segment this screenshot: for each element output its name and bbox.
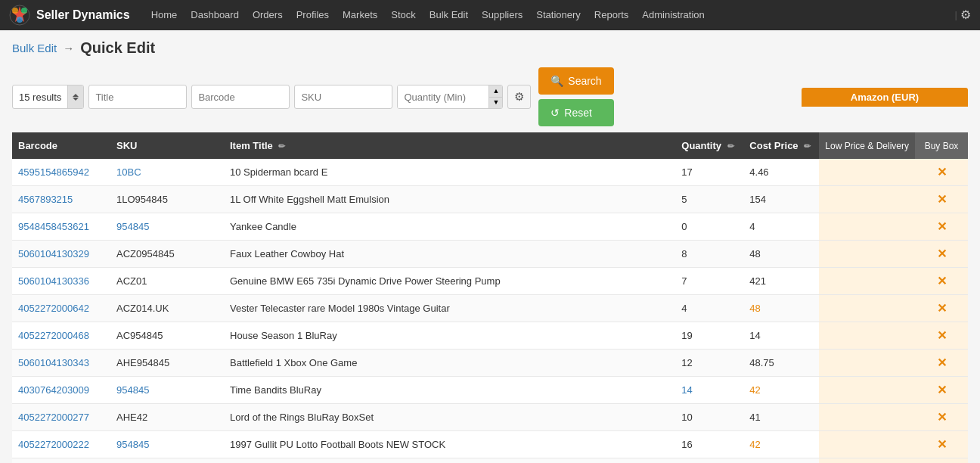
cell-buy-box[interactable]: ✕: [915, 213, 968, 241]
breadcrumb: Bulk Edit → Quick Edit: [0, 30, 980, 61]
svg-point-1: [12, 8, 18, 14]
nav-dashboard[interactable]: Dashboard: [185, 0, 245, 30]
cell-cost: 48.75: [743, 350, 819, 377]
buy-box-x-icon[interactable]: ✕: [937, 438, 947, 451]
barcode-link[interactable]: 5060104130336: [18, 275, 89, 287]
nav-profiles[interactable]: Profiles: [290, 0, 335, 30]
barcode-link[interactable]: 4052272000468: [18, 330, 89, 341]
buy-box-x-icon[interactable]: ✕: [937, 220, 947, 233]
cell-cost: 48: [743, 295, 819, 322]
qty-down-button[interactable]: ▼: [489, 98, 502, 109]
buy-box-x-icon[interactable]: ✕: [937, 384, 947, 396]
settings-button[interactable]: ⚙: [507, 85, 531, 109]
qty-up-button[interactable]: ▲: [489, 85, 502, 98]
cell-qty: 5: [675, 186, 743, 213]
cost-edit-icon[interactable]: ✏: [804, 141, 811, 151]
barcode-link[interactable]: 4052272000277: [18, 412, 89, 423]
table-body: 459515486594210BC10 Spiderman bcard E174…: [12, 159, 968, 463]
nav-home[interactable]: Home: [145, 0, 184, 30]
gear-icon[interactable]: ⚙: [960, 0, 971, 30]
nav-stationery[interactable]: Stationery: [530, 0, 587, 30]
sku-link[interactable]: 954845: [116, 384, 149, 396]
buy-box-x-icon[interactable]: ✕: [937, 329, 947, 342]
cell-buy-box[interactable]: ✕: [915, 186, 968, 213]
buy-box-x-icon[interactable]: ✕: [937, 275, 947, 287]
cell-barcode: 4052272000468: [12, 322, 110, 350]
buy-box-x-icon[interactable]: ✕: [937, 193, 947, 206]
nav-markets[interactable]: Markets: [336, 0, 383, 30]
barcode-link[interactable]: 4030764203009: [18, 384, 89, 396]
cell-buy-box[interactable]: ✕: [915, 241, 968, 268]
sku-link[interactable]: 954845: [116, 439, 149, 450]
nav-orders[interactable]: Orders: [247, 0, 289, 30]
cell-sku: ACZ0954845: [110, 241, 224, 268]
table-row: 4052272000642ACZ014.UKVester Telecaster …: [12, 295, 968, 322]
cell-buy-box[interactable]: ✕: [915, 268, 968, 295]
cell-low-price: [819, 186, 915, 213]
cell-qty: 12: [675, 350, 743, 377]
table-row: 5060104130343AHE954845Battlefield 1 Xbox…: [12, 350, 968, 377]
sku-input[interactable]: [294, 85, 392, 109]
nav-bulk-edit[interactable]: Bulk Edit: [423, 0, 474, 30]
cell-low-price: [819, 268, 915, 295]
cell-low-price: [819, 431, 915, 458]
cell-buy-box[interactable]: ✕: [915, 458, 968, 464]
svg-point-2: [21, 8, 27, 14]
nav-reports[interactable]: Reports: [588, 0, 635, 30]
cell-buy-box[interactable]: ✕: [915, 350, 968, 377]
barcode-link[interactable]: 9548458453621: [18, 221, 89, 232]
table-row: 4052272000277AHE42Lord of the Rings BluR…: [12, 404, 968, 431]
barcode-link[interactable]: 4052272000222: [18, 439, 89, 450]
cell-title: Vester Telecaster rare Model 1980s Vinta…: [224, 295, 675, 322]
buy-box-x-icon[interactable]: ✕: [937, 356, 947, 369]
barcode-input[interactable]: [191, 85, 290, 109]
title-edit-icon[interactable]: ✏: [278, 141, 285, 151]
qty-arrows: ▲ ▼: [488, 85, 502, 108]
buy-box-x-icon[interactable]: ✕: [937, 166, 947, 179]
cell-cost: 421: [743, 268, 819, 295]
buy-box-x-icon[interactable]: ✕: [937, 302, 947, 315]
qty-edit-icon[interactable]: ✏: [727, 141, 734, 151]
cell-low-price: [819, 322, 915, 350]
cell-buy-box[interactable]: ✕: [915, 404, 968, 431]
breadcrumb-parent[interactable]: Bulk Edit: [12, 42, 57, 54]
cell-buy-box[interactable]: ✕: [915, 431, 968, 458]
cell-low-price: [819, 458, 915, 464]
navbar: Seller Dynamics Home Dashboard Orders Pr…: [0, 0, 980, 30]
cell-buy-box[interactable]: ✕: [915, 322, 968, 350]
cell-barcode: 4052272000642: [12, 295, 110, 322]
results-select[interactable]: 15 results: [12, 85, 84, 109]
cell-low-price: [819, 295, 915, 322]
barcode-link[interactable]: 5060104130329: [18, 248, 89, 259]
main-table: Barcode SKU Item Title ✏ Quantity ✏ Cost…: [12, 132, 968, 463]
cell-buy-box[interactable]: ✕: [915, 295, 968, 322]
cell-sku: AC954845: [110, 322, 224, 350]
th-barcode: Barcode: [12, 132, 110, 159]
buy-box-x-icon[interactable]: ✕: [937, 247, 947, 260]
amazon-title: Amazon (EUR): [802, 88, 968, 107]
nav-administration[interactable]: Administration: [636, 0, 710, 30]
nav-links: Home Dashboard Orders Profiles Markets S…: [145, 0, 952, 30]
barcode-link[interactable]: 4595154865942: [18, 166, 89, 178]
barcode-link[interactable]: 4052272000642: [18, 303, 89, 314]
search-button[interactable]: 🔍 Search: [538, 67, 613, 95]
nav-stock[interactable]: Stock: [385, 0, 422, 30]
buy-box-x-icon[interactable]: ✕: [937, 411, 947, 424]
qty-min-input[interactable]: [398, 85, 488, 108]
sku-link[interactable]: 954845: [116, 221, 149, 232]
cell-buy-box[interactable]: ✕: [915, 159, 968, 186]
table-row: 4052272000468AC954845House Season 1 BluR…: [12, 322, 968, 350]
reset-button[interactable]: ↺ Reset: [538, 99, 613, 126]
barcode-link[interactable]: 4567893215: [18, 194, 73, 205]
cell-low-price: [819, 404, 915, 431]
cell-title: House Season 1 BluRay: [224, 322, 675, 350]
arrow-down-icon: [73, 98, 79, 101]
title-input[interactable]: [88, 85, 187, 109]
cell-title: Faux Leather Cowboy Hat: [224, 241, 675, 268]
barcode-link[interactable]: 5060104130343: [18, 357, 89, 368]
sku-link[interactable]: 10BC: [116, 166, 141, 178]
cell-buy-box[interactable]: ✕: [915, 377, 968, 404]
table-row: 5060104130350AHE4954845Fifa 12 ps3 game1…: [12, 458, 968, 464]
nav-suppliers[interactable]: Suppliers: [476, 0, 529, 30]
results-dropdown-button[interactable]: [67, 85, 83, 108]
